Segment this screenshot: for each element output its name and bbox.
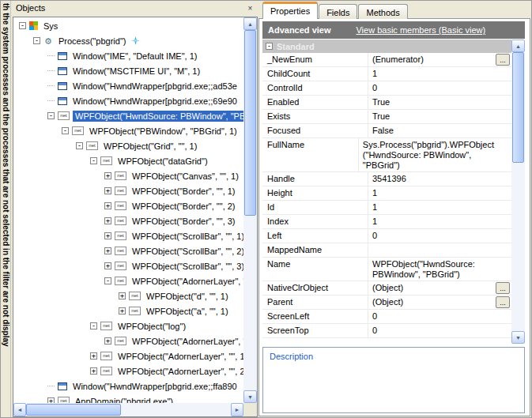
tree-item[interactable]: -netWPFObject("HwndSource: PBWindow", "P… (14, 108, 243, 123)
property-row[interactable]: _NewEnum(Enumerator)... (262, 53, 511, 67)
property-row[interactable]: FullNameSys.Process("pbgrid").WPFObject … (262, 138, 511, 172)
tree-item[interactable]: Window("HwndWrapper[pbgrid.exe;;ad53e (14, 78, 243, 93)
tree-item[interactable]: +netWPFObject("AdornerLayer", "", 2) (14, 363, 243, 378)
tree-item-label: Window("HwndWrapper[pbgrid.exe;;69e90 (70, 96, 240, 107)
description-title: Description (263, 348, 319, 365)
tree-item[interactable]: -⚙Process("pbgrid") (14, 33, 243, 48)
property-row[interactable]: NameWPFObject("HwndSource: PBWindow", "P… (262, 258, 511, 281)
property-row[interactable]: ChildCount1 (262, 67, 511, 81)
close-icon[interactable]: × (245, 3, 255, 13)
tree-item[interactable]: +netWPFObject("Canvas", "", 1) (14, 168, 243, 183)
scrollbar-thumb[interactable] (244, 30, 256, 216)
tree-item[interactable]: -Sys (14, 18, 243, 33)
expand-icon[interactable]: + (104, 187, 111, 194)
collapse-icon[interactable]: - (104, 277, 111, 284)
property-row[interactable]: ExistsTrue (262, 110, 511, 124)
tree-vertical-scrollbar[interactable]: ▲ ▼ (243, 17, 257, 403)
tab-methods[interactable]: Methods (358, 4, 407, 19)
tree-item-label: WPFObject("PBWindow", "PBGrid", 1) (87, 126, 240, 137)
scrollbar-track[interactable] (243, 30, 257, 390)
property-row[interactable]: ControlId0 (262, 81, 511, 96)
ellipsis-button[interactable]: ... (496, 54, 510, 66)
property-name: Enabled (262, 96, 368, 109)
tree-horizontal-scrollbar[interactable]: ◄ ► (13, 403, 243, 416)
property-row[interactable]: FocusedFalse (262, 124, 511, 138)
expand-icon[interactable]: + (104, 337, 111, 345)
property-value-cell: Sys.Process("pbgrid").WPFObject ("HwndSo… (359, 138, 511, 171)
collapse-icon[interactable]: - (90, 157, 97, 164)
tree-item[interactable]: -netWPFObject("Grid", "", 1) (14, 138, 243, 153)
tree-item[interactable]: +netWPFObject("d", "", 1) (14, 288, 243, 303)
property-row[interactable]: Handle3541396 (262, 172, 511, 186)
scrollbar-track[interactable] (511, 52, 525, 331)
tree-item[interactable]: +netWPFObject("a", "", 1) (14, 303, 243, 318)
collapse-icon[interactable]: - (266, 43, 273, 50)
property-value-cell: False (368, 124, 511, 137)
tree-item[interactable]: +netWPFObject("Border", "", 1) (14, 183, 243, 198)
expand-icon[interactable]: + (119, 307, 126, 314)
basic-view-link[interactable]: View basic members (Basic view) (356, 25, 485, 35)
scroll-down-button[interactable]: ▼ (511, 331, 525, 344)
tree-item[interactable]: +netAppDomain("pbgrid.exe") (14, 394, 243, 403)
property-row[interactable]: ScreenTop0 (262, 324, 511, 338)
tab-fields[interactable]: Fields (319, 4, 357, 19)
tree-item-label: WPFObject("AdornerLayer", "", 2) (115, 366, 243, 377)
tree-item[interactable]: -netWPFObject("dataGrid") (14, 153, 243, 168)
tree-item[interactable]: -netWPFObject("PBWindow", "PBGrid", 1) (14, 123, 243, 138)
scroll-left-button[interactable]: ◄ (13, 403, 26, 416)
collapse-icon[interactable]: - (33, 37, 40, 44)
category-row-standard[interactable]: - Standard (262, 40, 511, 53)
property-row[interactable]: Left0 (262, 229, 511, 243)
property-name: Height (262, 186, 368, 200)
tree-item[interactable]: Window("IME", "Default IME", 1) (14, 48, 243, 63)
expand-icon[interactable]: + (47, 397, 55, 403)
collapse-icon[interactable]: - (19, 22, 26, 29)
expand-icon[interactable]: + (104, 247, 111, 254)
scroll-up-button[interactable]: ▲ (243, 17, 257, 30)
property-row[interactable]: ScreenLeft0 (262, 310, 511, 324)
windows-logo-icon (29, 21, 38, 30)
tree-item[interactable]: +netWPFObject("Border", "", 2) (14, 198, 243, 213)
property-row[interactable]: Index1 (262, 215, 511, 229)
scrollbar-thumb[interactable] (512, 52, 524, 163)
grid-vertical-scrollbar[interactable]: ▲ ▼ (511, 40, 525, 344)
expand-icon[interactable]: + (104, 217, 111, 224)
tree-item[interactable]: +netWPFObject("ScrollBar", "", 3) (14, 258, 243, 273)
tree-item[interactable]: +netWPFObject("ScrollBar", "", 2) (14, 243, 243, 258)
expand-icon[interactable]: + (90, 352, 97, 360)
expand-icon[interactable]: + (119, 292, 126, 299)
tree-item[interactable]: +netWPFObject("ScrollBar", "", 1) (14, 228, 243, 243)
ellipsis-button[interactable]: ... (496, 282, 510, 294)
tree-item[interactable]: +netWPFObject("AdornerLayer", "", 1) (14, 348, 243, 363)
property-row[interactable]: Id1 (262, 201, 511, 215)
collapse-icon[interactable]: - (47, 112, 55, 119)
tab-properties[interactable]: Properties (262, 2, 318, 19)
tree-item[interactable]: +netWPFObject("AdornerLayer", "", 1) (14, 333, 243, 348)
tree-item[interactable]: Window("HwndWrapper[pbgrid.exe;;69e90 (14, 93, 243, 108)
scroll-right-button[interactable]: ► (231, 403, 243, 416)
property-row[interactable]: NativeClrObject(Object)... (262, 281, 511, 296)
tree-item[interactable]: Window("HwndWrapper[pbgrid.exe;;ffa890 (14, 378, 243, 394)
collapse-icon[interactable]: - (76, 142, 83, 149)
property-row[interactable]: MappedName (262, 243, 511, 258)
scrollbar-track[interactable] (26, 403, 231, 416)
tree-item[interactable]: -netWPFObject("AdornerLayer", "", 1) (14, 273, 243, 288)
tree-item[interactable]: Window("MSCTFIME UI", "M", 1) (14, 63, 243, 78)
property-row[interactable]: Height1 (262, 186, 511, 201)
property-value-cell: 0 (368, 324, 511, 337)
expand-icon[interactable]: + (104, 262, 111, 269)
collapse-icon[interactable]: - (90, 322, 97, 330)
ellipsis-button[interactable]: ... (496, 296, 510, 308)
scroll-down-button[interactable]: ▼ (243, 390, 257, 403)
collapse-icon[interactable]: - (62, 127, 69, 134)
tree-item[interactable]: -netWPFObject("log") (14, 318, 243, 333)
expand-icon[interactable]: + (104, 172, 111, 179)
expand-icon[interactable]: + (90, 367, 97, 375)
property-row[interactable]: Parent(Object)... (262, 296, 511, 310)
tree-item[interactable]: +netWPFObject("Border", "", 3) (14, 213, 243, 228)
scroll-up-button[interactable]: ▲ (511, 40, 525, 52)
scrollbar-thumb[interactable] (26, 404, 121, 416)
expand-icon[interactable]: + (104, 202, 111, 209)
expand-icon[interactable]: + (104, 232, 111, 239)
property-row[interactable]: EnabledTrue (262, 96, 511, 110)
